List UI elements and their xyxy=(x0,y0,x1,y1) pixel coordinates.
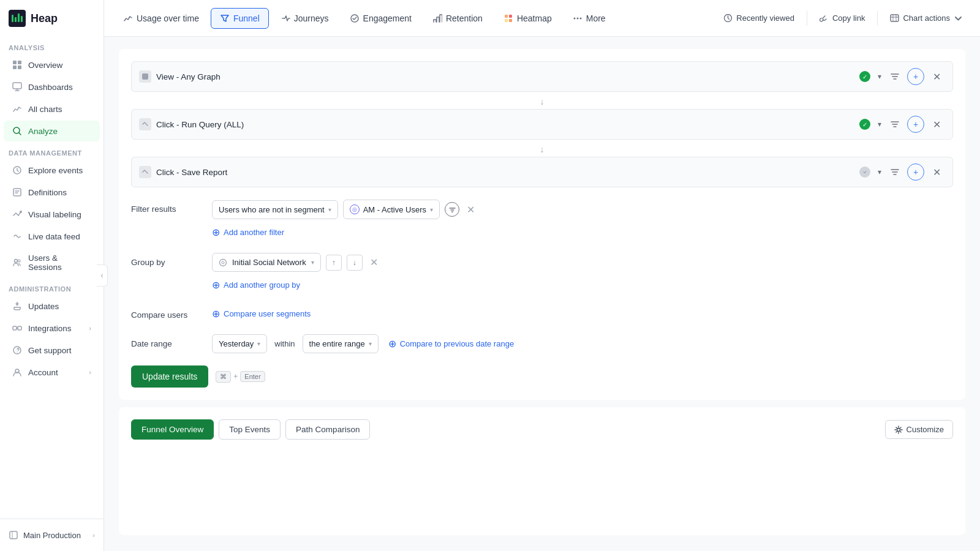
group-sort-up-btn[interactable]: ↑ xyxy=(326,255,342,271)
sidebar-item-account[interactable]: Account › xyxy=(4,362,100,383)
sidebar-collapse-toggle[interactable]: ‹ xyxy=(97,264,108,287)
update-results-btn[interactable]: Update results xyxy=(131,365,208,388)
step3-actions: + ✕ xyxy=(886,163,945,181)
add-filter-link[interactable]: ⊕ Add another filter xyxy=(212,224,477,241)
tab-heatmap[interactable]: Heatmap xyxy=(494,8,561,29)
tab-journeys[interactable]: Journeys xyxy=(271,8,338,29)
group-by-select[interactable]: Initial Social Network ▾ xyxy=(212,253,321,272)
filter-condition-select[interactable]: Users who are not in segment ▾ xyxy=(212,200,338,219)
step3-remove-btn[interactable]: ✕ xyxy=(928,163,945,181)
svg-rect-24 xyxy=(509,15,512,18)
administration-section-label: Administration xyxy=(0,278,104,295)
sidebar-item-definitions[interactable]: Definitions xyxy=(4,182,100,203)
group-remove-btn[interactable]: ✕ xyxy=(368,254,380,271)
app-logo: Heap xyxy=(0,0,104,37)
path-comparison-label: Path Comparison xyxy=(296,425,360,434)
compare-user-segments-link[interactable]: ⊕ Compare user segments xyxy=(212,305,311,322)
copy-link-icon xyxy=(820,13,829,23)
step3-filter-btn[interactable] xyxy=(886,163,903,181)
filter-segment-text: AM - Active Users xyxy=(363,205,426,214)
compare-date-link[interactable]: ⊕ Compare to previous date range xyxy=(388,335,514,352)
explore-events-label: Explore events xyxy=(28,166,83,175)
step2-filter-btn[interactable] xyxy=(886,116,903,133)
results-tab-path-comparison[interactable]: Path Comparison xyxy=(285,419,370,440)
tab-usage-over-time[interactable]: Usage over time xyxy=(114,8,208,29)
filter-settings-btn[interactable] xyxy=(445,202,459,217)
sidebar-item-allcharts[interactable]: All charts xyxy=(4,99,100,119)
filter-label: Filter results xyxy=(131,200,205,214)
step2-add-btn[interactable]: + xyxy=(907,116,924,133)
svg-point-28 xyxy=(576,17,578,19)
compare-date-label: Compare to previous date range xyxy=(400,339,514,348)
sidebar-item-dashboards[interactable]: Dashboards xyxy=(4,77,100,97)
svg-rect-26 xyxy=(509,19,512,22)
step1-filter-btn[interactable] xyxy=(886,68,903,85)
svg-rect-2 xyxy=(15,17,17,22)
results-panel: Funnel Overview Top Events Path Comparis… xyxy=(119,407,965,535)
sidebar-item-analyze[interactable]: Analyze xyxy=(4,121,100,141)
tab-retention[interactable]: Retention xyxy=(423,8,492,29)
integrations-label: Integrations xyxy=(28,324,72,333)
svg-point-14 xyxy=(15,260,18,263)
svg-point-34 xyxy=(222,261,224,264)
customize-label: Customize xyxy=(907,425,944,434)
svg-rect-23 xyxy=(505,15,508,18)
group-by-row: Group by Initial Social Network ▾ xyxy=(131,253,953,293)
chart-actions-caret xyxy=(954,13,963,23)
definitions-icon xyxy=(12,187,22,197)
results-tab-top-events[interactable]: Top Events xyxy=(219,419,281,440)
sidebar-item-explore-events[interactable]: Explore events xyxy=(4,160,100,181)
filter-segment-select[interactable]: ◎ AM - Active Users ▾ xyxy=(343,200,440,219)
tab-funnel[interactable]: Funnel xyxy=(211,8,269,29)
svg-rect-6 xyxy=(18,61,21,64)
sidebar-item-updates[interactable]: Updates xyxy=(4,296,100,317)
customize-icon xyxy=(894,425,903,434)
sidebar-item-overview[interactable]: Overview xyxy=(4,54,100,75)
recently-viewed-btn[interactable]: Recently viewed xyxy=(716,9,802,27)
step3-dropdown-caret[interactable]: ▾ xyxy=(878,168,881,176)
add-group-link[interactable]: ⊕ Add another group by xyxy=(212,277,380,293)
range-select[interactable]: the entire range ▾ xyxy=(303,334,379,353)
tab-engagement[interactable]: Engagement xyxy=(341,8,421,29)
funnel-overview-label: Funnel Overview xyxy=(141,425,203,434)
date-select[interactable]: Yesterday ▾ xyxy=(212,334,267,353)
definitions-label: Definitions xyxy=(28,188,67,197)
results-tab-funnel-overview[interactable]: Funnel Overview xyxy=(131,419,214,440)
filter-condition-caret: ▾ xyxy=(328,206,331,213)
svg-point-18 xyxy=(13,347,21,354)
funnel-step-2: Click - Run Query (ALL) ✓ ▾ + ✕ xyxy=(131,109,953,140)
add-filter-icon: ⊕ xyxy=(212,227,220,238)
top-events-label: Top Events xyxy=(229,425,270,434)
step1-add-btn[interactable]: + xyxy=(907,68,924,85)
retention-icon xyxy=(432,13,442,23)
group-sort-down-btn[interactable]: ↓ xyxy=(347,255,363,271)
recently-viewed-label: Recently viewed xyxy=(736,13,794,23)
sidebar-item-get-support[interactable]: Get support xyxy=(4,340,100,361)
dashboards-icon xyxy=(12,82,22,92)
nav-right-actions: Recently viewed Copy link Chart actio xyxy=(716,9,970,27)
step1-event-icon xyxy=(139,70,151,83)
step2-dropdown-caret[interactable]: ▾ xyxy=(878,120,881,129)
step1-dropdown-caret[interactable]: ▾ xyxy=(878,72,881,81)
customize-btn[interactable]: Customize xyxy=(885,420,953,439)
copy-link-btn[interactable]: Copy link xyxy=(812,9,872,27)
recently-viewed-icon xyxy=(723,13,733,23)
compare-users-row: Compare users ⊕ Compare user segments xyxy=(131,305,953,322)
sidebar-item-live-data-feed[interactable]: Live data feed xyxy=(4,226,100,247)
filter-condition-text: Users who are not in segment xyxy=(219,205,325,214)
heatmap-icon xyxy=(503,13,513,23)
sidebar-item-users-sessions[interactable]: Users & Sessions xyxy=(4,248,100,277)
chart-actions-btn[interactable]: Chart actions xyxy=(883,9,970,27)
tab-more[interactable]: More xyxy=(564,8,615,29)
sidebar-item-visual-labeling[interactable]: Visual labeling xyxy=(4,204,100,225)
sidebar-item-integrations[interactable]: Integrations › xyxy=(4,318,100,339)
add-group-label: Add another group by xyxy=(224,280,300,290)
step3-add-btn[interactable]: + xyxy=(907,163,924,181)
filter-close-btn[interactable]: ✕ xyxy=(464,201,477,218)
workspace-switcher[interactable]: Main Production › xyxy=(0,524,104,546)
svg-rect-21 xyxy=(10,531,17,539)
nav-divider-1 xyxy=(807,11,807,26)
step1-remove-btn[interactable]: ✕ xyxy=(928,68,945,85)
group-by-icon xyxy=(219,258,227,267)
step2-remove-btn[interactable]: ✕ xyxy=(928,116,945,133)
